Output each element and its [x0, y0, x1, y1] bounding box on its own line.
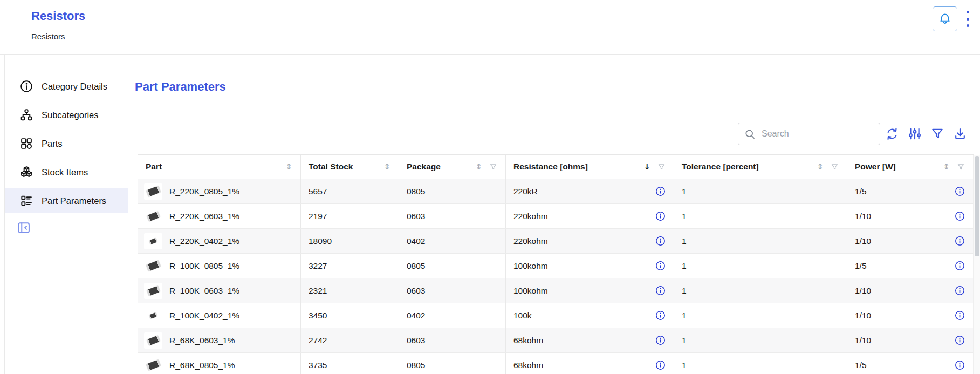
cell-total-stock: 18090 [300, 229, 399, 253]
sidebar-item-label: Parts [42, 139, 63, 149]
sort-icon[interactable]: ↕ [475, 162, 482, 172]
table-row[interactable]: R_68K_0805_1% 3735 0805 68kohm 1 1/5 [138, 353, 974, 374]
column-header-part[interactable]: Part ↕ [138, 155, 300, 179]
column-header-power-w[interactable]: Power [W] ↕ [847, 155, 974, 179]
info-icon[interactable] [955, 310, 965, 321]
cell-total-stock: 3450 [300, 303, 399, 328]
table-row[interactable]: R_100K_0805_1% 3227 0805 100kohm 1 1/5 [138, 254, 974, 278]
part-name: R_100K_0603_1% [169, 286, 239, 296]
package-value: 0805 [407, 261, 425, 271]
sort-icon[interactable]: ↕ [943, 162, 950, 172]
bell-icon [938, 12, 952, 26]
sidebar-item-parts[interactable]: Parts [5, 131, 128, 156]
adjustments-icon[interactable] [908, 127, 922, 141]
content-left-border [4, 54, 5, 374]
cubes-icon [19, 165, 33, 179]
part-name: R_100K_0402_1% [169, 311, 239, 321]
total-stock-value: 2742 [309, 336, 327, 345]
part-name: R_68K_0603_1% [169, 336, 235, 345]
cell-tolerance: 1 [674, 254, 847, 278]
sort-icon[interactable]: ↕ [383, 162, 390, 172]
notifications-button[interactable] [933, 6, 957, 31]
cell-total-stock: 3735 [300, 353, 399, 374]
sidebar-item-label: Category Details [42, 81, 107, 92]
cell-tolerance: 1 [674, 229, 847, 253]
table-header-row: Part ↕Total Stock ↕Package ↕Resistance [… [138, 154, 974, 179]
sidebar-item-stock-items[interactable]: Stock Items [5, 160, 128, 185]
info-icon[interactable] [655, 335, 666, 345]
column-filter-icon[interactable] [489, 163, 497, 171]
download-icon[interactable] [953, 127, 967, 141]
info-icon[interactable] [655, 261, 666, 271]
info-icon[interactable] [955, 211, 965, 221]
info-icon[interactable] [655, 236, 666, 246]
resistance-value: 68kohm [513, 361, 543, 370]
refresh-icon[interactable] [885, 127, 899, 141]
column-header-tolerance-percent[interactable]: Tolerance [percent] ↕ [674, 155, 847, 179]
cell-resistance: 100kohm [505, 254, 674, 278]
filter-icon[interactable] [930, 127, 944, 141]
resistor-chip-image [146, 260, 161, 271]
search-box [738, 123, 880, 145]
cell-power: 1/5 [847, 353, 974, 374]
tolerance-value: 1 [682, 187, 687, 196]
sort-icon[interactable]: ↕ [285, 162, 292, 172]
resistance-value: 100kohm [513, 261, 548, 271]
kebab-dot [967, 11, 969, 13]
table-scrollbar[interactable] [973, 155, 980, 374]
table-row[interactable]: R_220K_0402_1% 18090 0402 220kohm 1 1/10 [138, 229, 974, 254]
search-input[interactable] [760, 128, 880, 139]
cell-power: 1/10 [847, 229, 974, 253]
table-row[interactable]: R_68K_0603_1% 2742 0603 68kohm 1 1/10 [138, 328, 974, 353]
info-icon[interactable] [655, 310, 666, 321]
total-stock-value: 18090 [309, 236, 332, 246]
info-icon[interactable] [655, 211, 666, 221]
sidebar-divider [128, 64, 128, 374]
tolerance-value: 1 [682, 286, 687, 296]
resistor-chip-image [146, 186, 161, 197]
sort-desc-icon[interactable]: ↓ [643, 162, 650, 172]
column-filter-icon[interactable] [831, 163, 839, 171]
cell-power: 1/5 [847, 179, 974, 203]
info-icon[interactable] [955, 261, 965, 271]
info-icon[interactable] [955, 285, 965, 296]
table-row[interactable]: R_100K_0402_1% 3450 0402 100k 1 1/10 [138, 303, 974, 328]
heading-divider [135, 111, 973, 111]
scrollbar-thumb[interactable] [975, 156, 979, 256]
info-icon[interactable] [955, 186, 965, 196]
column-label: Power [W] [855, 162, 896, 172]
info-icon[interactable] [955, 236, 965, 246]
part-parameters-table: Part ↕Total Stock ↕Package ↕Resistance [… [138, 154, 974, 374]
table-row[interactable]: R_100K_0603_1% 2321 0603 100kohm 1 1/10 [138, 278, 974, 303]
table-row[interactable]: R_220K_0805_1% 5657 0805 220kR 1 1/5 [138, 179, 974, 204]
cell-total-stock: 3227 [300, 254, 399, 278]
package-value: 0805 [407, 361, 425, 370]
cell-resistance: 68kohm [505, 328, 674, 352]
part-thumbnail [144, 332, 162, 349]
info-icon[interactable] [655, 285, 666, 296]
info-icon[interactable] [955, 335, 965, 345]
cell-package: 0603 [399, 278, 505, 303]
column-header-total-stock[interactable]: Total Stock ↕ [300, 155, 399, 179]
info-icon[interactable] [655, 360, 666, 370]
cell-package: 0805 [399, 353, 505, 374]
total-stock-value: 3227 [309, 261, 327, 271]
grid-icon [19, 137, 33, 151]
breadcrumb[interactable]: Resistors [31, 32, 65, 41]
total-stock-value: 3735 [309, 361, 327, 370]
column-filter-icon[interactable] [657, 163, 666, 171]
sidebar-item-category-details[interactable]: Category Details [5, 74, 128, 99]
part-thumbnail [144, 183, 162, 200]
sidebar-item-subcategories[interactable]: Subcategories [5, 103, 128, 127]
column-header-resistance-ohms[interactable]: Resistance [ohms] ↓ [505, 155, 674, 179]
info-icon[interactable] [955, 360, 965, 370]
part-name: R_220K_0402_1% [169, 236, 239, 246]
sort-icon[interactable]: ↕ [817, 162, 824, 172]
sidebar-item-part-parameters[interactable]: Part Parameters [5, 188, 128, 213]
column-filter-icon[interactable] [957, 163, 965, 171]
kebab-menu-button[interactable] [964, 11, 971, 27]
collapse-sidebar-button[interactable] [16, 220, 31, 235]
info-icon[interactable] [655, 186, 666, 196]
column-header-package[interactable]: Package ↕ [399, 155, 505, 179]
table-row[interactable]: R_220K_0603_1% 2197 0603 220kohm 1 1/10 [138, 204, 974, 229]
